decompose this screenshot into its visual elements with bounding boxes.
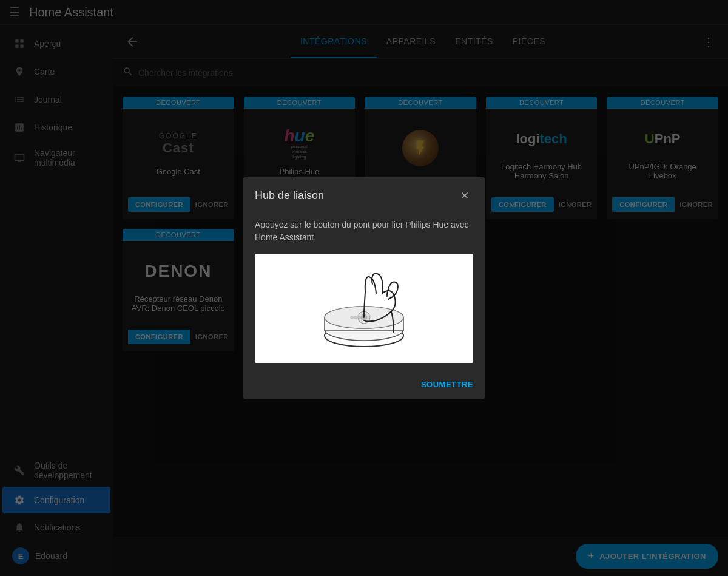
dialog-body: Appuyez sur le bouton du pont pour lier … [243,214,485,373]
svg-point-11 [351,316,354,319]
dialog-overlay[interactable]: Hub de liaison Appuyez sur le bouton du … [0,0,728,576]
dialog-title: Hub de liaison [255,189,324,202]
dialog-header: Hub de liaison [243,177,485,214]
dialog-description: Appuyez sur le bouton du pont pour lier … [255,219,473,244]
svg-point-12 [354,316,357,319]
dialog-close-button[interactable] [456,187,473,204]
svg-point-13 [358,316,361,319]
hue-bridge-image [255,254,473,363]
dialog-footer: SOUMETTRE [243,373,485,399]
hub-dialog: Hub de liaison Appuyez sur le bouton du … [243,177,485,399]
submit-button[interactable]: SOUMETTRE [421,380,473,389]
